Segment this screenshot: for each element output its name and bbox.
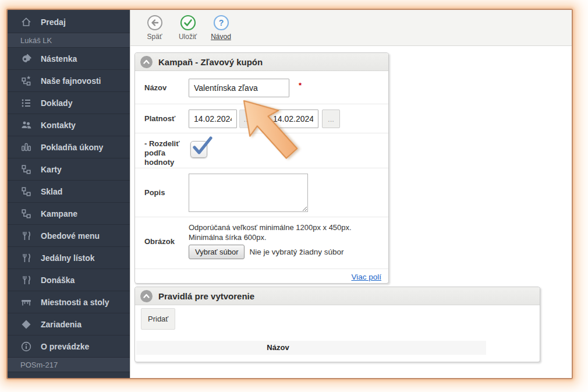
diamond-icon (19, 319, 33, 330)
sidebar-item-posm-217[interactable]: POSm-217 (8, 358, 130, 372)
info-icon (19, 341, 33, 352)
home-icon (19, 16, 33, 28)
sidebar-item-jedalny-listok[interactable]: Jedálny lístok (8, 247, 130, 269)
image-label: Obrázok (144, 237, 175, 246)
sidebar-item-karty[interactable]: Karty (8, 158, 130, 181)
screenshot-stage: Predaj Lukáš LK Nástenka Naše fajnovosti… (0, 0, 588, 392)
sidebar-item-miestnosti-a-stoly[interactable]: Miestnosti a stoly (8, 291, 130, 313)
name-input[interactable] (189, 79, 289, 97)
rules-panel: Pravidlá pre vytvorenie Pridať Názov (134, 287, 540, 362)
sidebar-item-doklady[interactable]: Doklady (8, 92, 130, 114)
toolbar: Späť Uložiť ? Návod (130, 10, 572, 46)
sidebar-item-zariadenia[interactable]: Zariadenia (8, 313, 130, 336)
back-label: Späť (147, 33, 162, 41)
main-area: Späť Uložiť ? Návod (130, 10, 572, 378)
validity-label: Platnosť (144, 114, 175, 123)
help-label: Návod (211, 33, 231, 41)
sidebar-item-nastenka[interactable]: Nástenka (8, 48, 130, 70)
campaign-panel-header: Kampaň - Zľavový kupón (135, 53, 388, 71)
campaign-panel-title: Kampaň - Zľavový kupón (158, 57, 263, 67)
valid-to-input[interactable] (268, 110, 318, 128)
svg-text:?: ? (218, 18, 224, 27)
field-row-name: Názov * (135, 71, 388, 104)
chevron-up-icon (143, 292, 150, 300)
split-checkbox[interactable] (190, 141, 207, 158)
sidebar-item-donaska[interactable]: Donáška (8, 269, 130, 291)
boxes-star-icon (19, 75, 33, 87)
image-size-hint: Odporúčaná veľkosť minimálne 1200px x 45… (189, 223, 381, 242)
sidebar-item-predaj[interactable]: Predaj (8, 11, 130, 33)
sidebar-item-sklad[interactable]: Sklad (8, 181, 130, 203)
file-status-text: Nie je vybratý žiadny súbor (249, 248, 343, 256)
choose-file-button[interactable]: Vybrať súbor (189, 245, 245, 259)
app-window: Predaj Lukáš LK Nástenka Naše fajnovosti… (6, 9, 573, 379)
help-button[interactable]: ? Návod (204, 13, 238, 41)
cutlery-icon (19, 230, 33, 242)
boxes-icon (19, 164, 33, 175)
bars-icon (19, 142, 33, 153)
description-textarea[interactable] (189, 174, 308, 212)
field-row-split: - Rozdeliť podľa hodnoty (135, 133, 388, 168)
file-input: Vybrať súbor Nie je vybratý žiadny súbor (189, 245, 344, 259)
table-icon (19, 296, 33, 308)
cutlery-icon (19, 274, 33, 286)
chevron-up-icon (143, 58, 150, 66)
authorize-icon (19, 377, 33, 380)
valid-to-picker-button[interactable]: ... (322, 110, 340, 128)
sidebar: Predaj Lukáš LK Nástenka Naše fajnovosti… (8, 10, 130, 378)
valid-from-picker-button[interactable]: ... (239, 110, 254, 128)
campaign-panel: Kampaň - Zľavový kupón Názov * Platnosť … (134, 52, 389, 284)
people-icon (19, 119, 33, 131)
arrow-left-circle-icon (147, 15, 163, 31)
collapse-campaign-button[interactable] (140, 56, 153, 68)
sidebar-item-kampane[interactable]: Kampane (8, 203, 130, 225)
boxes-icon (19, 186, 33, 197)
sidebar-item-kontakty[interactable]: Kontakty (8, 114, 130, 136)
sidebar-item-pokladna-ukony[interactable]: Pokladňa úkony (8, 136, 130, 158)
checkmark-icon (192, 136, 213, 158)
list-icon (19, 97, 33, 109)
field-row-image: Obrázok Odporúčaná veľkosť minimálne 120… (135, 217, 388, 269)
range-separator: - (260, 114, 263, 123)
valid-from-input[interactable] (189, 110, 237, 128)
rules-panel-title: Pravidlá pre vytvorenie (158, 291, 254, 301)
check-circle-icon (180, 15, 196, 31)
cutlery-icon (19, 252, 33, 264)
split-label: - Rozdeliť podľa hodnoty (144, 139, 186, 167)
sidebar-item-autorizovat[interactable]: Autorizovať (8, 372, 130, 379)
more-fields-link[interactable]: Viac polí (351, 273, 381, 281)
rules-table-name-header: Názov (136, 341, 486, 355)
sidebar-item-nase-fajnovosti[interactable]: Naše fajnovosti (8, 70, 130, 92)
add-rule-button[interactable]: Pridať (141, 308, 175, 330)
field-row-description: Popis (135, 168, 388, 217)
question-circle-icon: ? (213, 15, 229, 31)
required-asterisk: * (299, 81, 302, 90)
boxes-icon (19, 208, 33, 220)
palette-icon (19, 53, 33, 65)
rules-panel-header: Pravidlá pre vytvorenie (135, 287, 540, 305)
sidebar-item-obedove-menu[interactable]: Obedové menu (8, 225, 130, 247)
sidebar-item-o-prevadzke[interactable]: O prevádzke (8, 336, 130, 358)
name-label: Názov (144, 83, 167, 92)
field-row-validity: Platnosť ... - ... (135, 104, 388, 133)
field-row-more: Viac polí (135, 269, 388, 283)
description-label: Popis (144, 188, 165, 197)
collapse-rules-button[interactable] (140, 290, 153, 302)
back-button[interactable]: Späť (138, 13, 171, 41)
save-button[interactable]: Uložiť (171, 13, 204, 41)
sidebar-item-user[interactable]: Lukáš LK (8, 33, 130, 48)
save-label: Uložiť (179, 33, 197, 41)
